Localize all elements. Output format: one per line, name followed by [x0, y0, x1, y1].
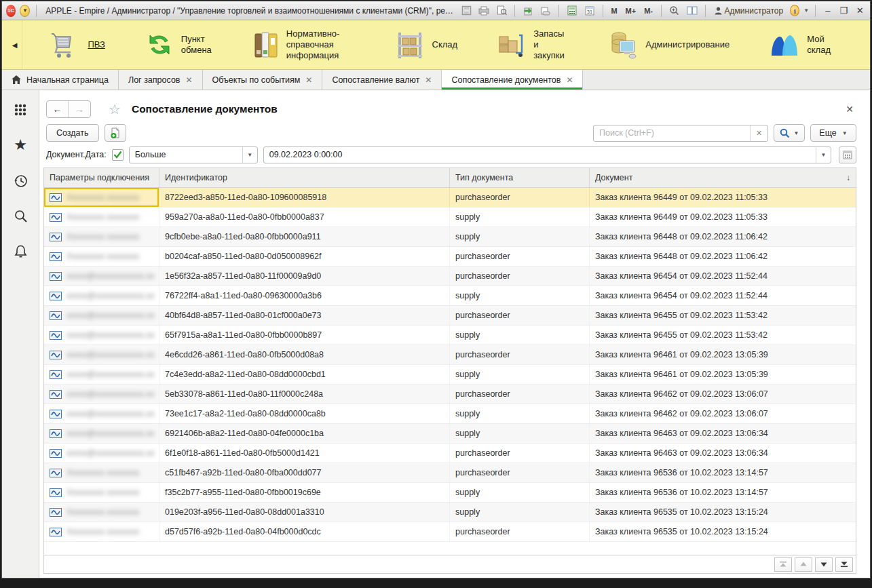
cell-doctype[interactable]: supply [450, 365, 590, 384]
cell-connection[interactable]: Xxxxxxxxx xxxxxxxx [44, 463, 159, 482]
date-picker-button[interactable] [839, 146, 856, 163]
cell-connection[interactable]: xxxxx@xxxxxxxxxxxx.xx [44, 326, 159, 345]
cell-doctype[interactable]: supply [450, 483, 590, 502]
cell-doctype[interactable]: purchaseorder [450, 306, 590, 325]
cell-doctype[interactable]: purchaseorder [450, 444, 590, 463]
column-header-connection[interactable]: Параметры подключения [44, 168, 159, 187]
cell-connection[interactable]: Xxxxxxxxx xxxxxxxx [44, 503, 159, 522]
section-reference-info[interactable]: Нормативно-справочная информация [252, 28, 355, 62]
notifications-bell-icon[interactable] [13, 243, 28, 258]
table-row[interactable]: xxxxx@xxxxxxxxxxxx.xx6921406b-a8a2-11ed-… [44, 424, 856, 444]
cell-identifier[interactable]: 6921406b-a8a2-11ed-0a80-04fe0000c1ba [159, 424, 450, 443]
cell-identifier[interactable]: 7c4e3edd-a8a2-11ed-0a80-08dd0000cbd1 [159, 365, 450, 384]
tab-request-log[interactable]: Лог запросов✕ [119, 70, 203, 90]
condition-select[interactable]: Больше ▼ [129, 146, 258, 163]
table-row[interactable]: Xxxxxxxxx xxxxxxxx019e203f-a956-11ed-0a8… [44, 503, 856, 522]
cell-document[interactable]: Заказ клиента 96535 от 10.02.2023 13:15:… [590, 522, 856, 541]
table-row[interactable]: xxxxx@xxxxxxxxxxxx.xx40bf64d8-a857-11ed-… [44, 306, 856, 326]
main-menu-dropdown-button[interactable]: ▼ [20, 5, 30, 17]
cell-document[interactable]: Заказ клиента 96536 от 10.02.2023 13:14:… [590, 463, 856, 482]
cell-identifier[interactable]: c51fb467-a92b-11ed-0a80-0fba000dd077 [159, 463, 450, 482]
cell-connection[interactable]: Xxxxxxxxx xxxxxxxx [44, 522, 159, 541]
back-button[interactable]: ← [47, 101, 69, 117]
cell-identifier[interactable]: 019e203f-a956-11ed-0a80-08dd001a3310 [159, 503, 450, 522]
current-user[interactable]: Администратор [712, 6, 786, 16]
cell-document[interactable]: Заказ клиента 96455 от 09.02.2023 11:53:… [590, 306, 856, 325]
get-link-icon[interactable] [521, 4, 535, 18]
cell-identifier[interactable]: 8722eed3-a850-11ed-0a80-109600085918 [159, 188, 450, 207]
cell-connection[interactable]: xxxxx@xxxxxxxxxxxx.xx [44, 424, 159, 443]
cell-doctype[interactable]: supply [450, 286, 590, 305]
cell-connection[interactable]: xxxxx@xxxxxxxxxxxx.xx [44, 385, 159, 404]
page-up-button[interactable] [795, 557, 812, 572]
page-down-button[interactable] [815, 557, 833, 572]
cell-document[interactable]: Заказ клиента 96448 от 09.02.2023 11:06:… [590, 227, 856, 246]
search-input[interactable] [594, 128, 750, 138]
cell-doctype[interactable]: purchaseorder [450, 463, 590, 482]
minimize-button[interactable]: – [822, 5, 834, 16]
cell-connection[interactable]: xxxxx@xxxxxxxxxxxx.xx [44, 345, 159, 364]
cell-identifier[interactable]: f35c2b77-a955-11ed-0a80-0fbb0019c69e [159, 483, 450, 502]
cell-document[interactable]: Заказ клиента 96536 от 10.02.2023 13:14:… [590, 483, 856, 502]
cell-identifier[interactable]: 4e6cdd26-a861-11ed-0a80-0fb5000d08a8 [159, 345, 450, 364]
cell-doctype[interactable]: supply [450, 503, 590, 522]
cell-identifier[interactable]: b0204caf-a850-11ed-0a80-0d050008962f [159, 247, 450, 266]
cell-connection[interactable]: xxxxx@xxxxxxxxxxxx.xx [44, 365, 159, 384]
section-stock-purchases[interactable]: Запасы и закупки [497, 28, 568, 62]
cell-doctype[interactable]: purchaseorder [450, 345, 590, 364]
tab-objects-by-events[interactable]: Объекты по событиям✕ [203, 70, 323, 90]
cell-doctype[interactable]: supply [450, 227, 590, 246]
history-clock-icon[interactable] [13, 173, 28, 188]
cell-document[interactable]: Заказ клиента 96462 от 09.02.2023 13:06:… [590, 404, 856, 423]
filter-checkbox[interactable] [112, 149, 124, 161]
close-tab-icon[interactable]: ✕ [185, 75, 192, 85]
cell-doctype[interactable]: purchaseorder [450, 247, 590, 266]
go-link-icon[interactable] [539, 4, 552, 18]
cell-doctype[interactable]: purchaseorder [450, 522, 590, 541]
tab-home[interactable]: Начальная страница [2, 70, 119, 90]
cell-document[interactable]: Заказ клиента 96461 от 09.02.2023 13:05:… [590, 345, 856, 364]
print-preview-icon[interactable] [495, 4, 508, 18]
calculator-icon[interactable] [565, 4, 579, 18]
cell-identifier[interactable]: 65f7915a-a8a1-11ed-0a80-0fbb0000b897 [159, 326, 450, 345]
add-favorite-star-icon[interactable]: ☆ [109, 101, 121, 117]
close-button[interactable]: ✕ [854, 5, 866, 16]
cell-document[interactable]: Заказ клиента 96448 от 09.02.2023 11:06:… [590, 247, 856, 266]
calendar-icon[interactable]: 31 [583, 4, 596, 18]
column-header-identifier[interactable]: Идентификатор [159, 168, 450, 187]
close-tab-icon[interactable]: ✕ [305, 75, 312, 85]
chevron-down-icon[interactable]: ▼ [803, 7, 809, 14]
favorites-star-icon[interactable]: ★ [13, 138, 28, 153]
table-row[interactable]: xxxxx@xxxxxxxxxxxx.xx76722ff4-a8a1-11ed-… [44, 286, 856, 306]
section-warehouse[interactable]: Склад [394, 29, 458, 60]
cell-connection[interactable]: Xxxxxxxxx xxxxxxxx [44, 483, 159, 502]
memory-subtract-button[interactable]: M- [642, 7, 655, 15]
cell-doctype[interactable]: purchaseorder [450, 267, 590, 286]
print-icon[interactable] [477, 4, 491, 18]
cell-connection[interactable]: Xxxxxxxxx xxxxxxxx [44, 188, 159, 207]
cell-connection[interactable]: xxxxx@xxxxxxxxxxxx.xx [44, 444, 159, 463]
cell-identifier[interactable]: 73ee1c17-a8a2-11ed-0a80-08dd0000ca8b [159, 404, 450, 423]
table-row[interactable]: xxxxx@xxxxxxxxxxxx.xx5eb33078-a861-11ed-… [44, 385, 856, 404]
tab-currency-matching[interactable]: Сопоставление валют✕ [322, 70, 442, 90]
chevron-down-icon[interactable]: ▼ [816, 147, 831, 163]
section-pvz[interactable]: ПВЗ [50, 29, 105, 60]
cell-doctype[interactable]: supply [450, 326, 590, 345]
column-header-doctype[interactable]: Тип документа [450, 168, 590, 187]
cell-connection[interactable]: Xxxxxxxxx xxxxxxxx [44, 247, 159, 266]
table-row[interactable]: xxxxx@xxxxxxxxxxxx.xx73ee1c17-a8a2-11ed-… [44, 404, 856, 424]
cell-doctype[interactable]: supply [450, 404, 590, 423]
info-button[interactable]: i [790, 5, 799, 16]
table-row[interactable]: Xxxxxxxxx xxxxxxxxc51fb467-a92b-11ed-0a8… [44, 463, 856, 483]
cell-connection[interactable]: xxxxx@xxxxxxxxxxxx.xx [44, 267, 159, 286]
table-row[interactable]: Xxxxxxxxx xxxxxxxxf35c2b77-a955-11ed-0a8… [44, 483, 856, 503]
cell-identifier[interactable]: d57d57f6-a92b-11ed-0a80-04fb000d0cdc [159, 522, 450, 541]
cell-connection[interactable]: xxxxx@xxxxxxxxxxxx.xx [44, 306, 159, 325]
table-row[interactable]: Xxxxxxxxx xxxxxxxxb0204caf-a850-11ed-0a8… [44, 247, 856, 267]
create-copy-button[interactable] [105, 124, 126, 142]
clear-search-icon[interactable]: ✕ [750, 125, 767, 141]
cell-document[interactable]: Заказ клиента 96449 от 09.02.2023 11:05:… [590, 188, 856, 207]
chevron-down-icon[interactable]: ▼ [242, 147, 257, 163]
cell-document[interactable]: Заказ клиента 96455 от 09.02.2023 11:53:… [590, 326, 856, 345]
cell-doctype[interactable]: purchaseorder [450, 385, 590, 404]
